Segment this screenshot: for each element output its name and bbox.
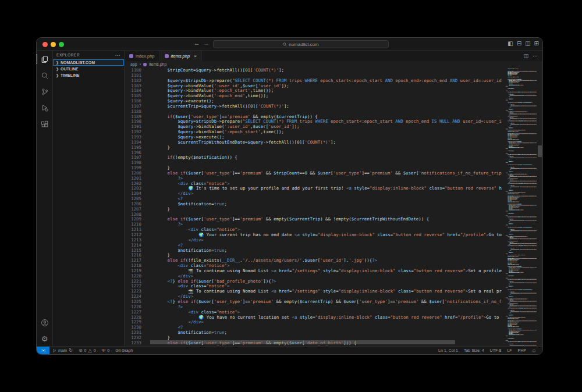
code-line[interactable]: 1209 else if($user['user_type']=='premiu… xyxy=(125,217,502,222)
code-line[interactable]: 1192 $query->bindValue(':epoch_start',ti… xyxy=(125,130,502,135)
breadcrumb-file[interactable]: items.php xyxy=(149,62,166,66)
encoding[interactable]: UTF-8 xyxy=(487,348,505,352)
zoom-window-button[interactable] xyxy=(59,42,64,47)
minimize-window-button[interactable] xyxy=(51,42,56,47)
code-line[interactable]: 1220 </div> xyxy=(125,274,502,279)
code-line[interactable]: 1200 else if($user['user_type']=='premiu… xyxy=(125,171,502,176)
tab-index-php[interactable]: index.php xyxy=(125,51,160,61)
code-line[interactable]: 1181 xyxy=(125,73,502,79)
vertical-scrollbar-thumb[interactable] xyxy=(538,145,542,157)
toggle-panel-icon[interactable]: ⊟ xyxy=(517,40,521,48)
command-center-search[interactable]: nomadlist.com xyxy=(213,40,389,48)
code-line[interactable]: 1224 </div> xyxy=(125,294,502,300)
code-line[interactable]: 1218 <div class="notice"> xyxy=(125,263,502,269)
code-line[interactable]: 1208 xyxy=(125,212,502,218)
code-line[interactable]: 1226 ?> xyxy=(125,305,502,310)
code-line[interactable]: 1222 <div class="notice"> xyxy=(125,284,502,289)
code-line[interactable]: 1182 $query=$tripsDb->prepare("SELECT CO… xyxy=(125,79,502,84)
language-mode[interactable]: PHP xyxy=(515,348,529,352)
toggle-secondary-sidebar-icon[interactable]: ◫ xyxy=(525,40,530,48)
code-line[interactable]: 1186 $query->execute(); xyxy=(125,99,502,104)
notifications-bell-icon[interactable] xyxy=(529,348,539,353)
sidebar-item-nomadlist[interactable]: ❯ NOMADLIST.COM xyxy=(53,59,124,66)
code-line[interactable]: 1187 $currentTrip=$query->fetchAll()[0][… xyxy=(125,104,502,109)
code-line[interactable]: 1211 <div class="notice"> xyxy=(125,227,502,233)
code-editor[interactable]: 1180 $tripCount=$query->fetchAll()[0]['C… xyxy=(125,67,542,346)
code-line[interactable]: 1183 $query->bindValue(':user_id',$user[… xyxy=(125,84,502,89)
close-window-button[interactable] xyxy=(42,42,48,47)
code-line[interactable]: 1180 $tripCount=$query->fetchAll()[0]['C… xyxy=(125,68,502,73)
code-line[interactable]: 1216 } xyxy=(125,253,502,258)
code-line[interactable]: 1206 $notification=true; xyxy=(125,202,502,207)
horizontal-scrollbar-thumb[interactable] xyxy=(150,340,455,344)
code-line[interactable]: 1219 📸 To continue using Nomad List <a h… xyxy=(125,269,502,274)
code-line[interactable]: 1210 ?> xyxy=(125,222,502,227)
sync-icon[interactable]: ↻ xyxy=(69,348,73,353)
code-line[interactable]: 1197 if(!empty($notification)) { xyxy=(125,155,502,161)
problems-item[interactable]: ⊘ 0 △ 0 xyxy=(76,348,99,353)
code-line[interactable]: 1201 ?> xyxy=(125,176,502,181)
vertical-scrollbar[interactable] xyxy=(537,67,542,346)
explorer-icon[interactable] xyxy=(37,54,53,64)
split-editor-icon[interactable]: ◫ xyxy=(523,53,528,59)
code-line[interactable]: 1191 $query->bindValue(':user_id',$user[… xyxy=(125,124,502,130)
ports-item[interactable]: Ψ 0 xyxy=(99,348,113,353)
code-line[interactable]: 1212 🌍 Your current trip has no end date… xyxy=(125,233,502,238)
toggle-sidebar-icon[interactable]: ◧ xyxy=(508,40,513,48)
search-view-icon[interactable] xyxy=(37,70,53,80)
source-control-icon[interactable] xyxy=(37,87,53,97)
code-line[interactable]: 1185 $query->bindValue(':epoch_end',time… xyxy=(125,94,502,99)
breadcrumb-folder[interactable]: app xyxy=(130,62,137,66)
eol[interactable]: LF xyxy=(504,348,514,352)
git-graph-item[interactable]: Git Graph xyxy=(112,348,136,352)
remote-indicator[interactable]: >< xyxy=(37,347,49,354)
code-line[interactable]: 1223 📸 To continue using Nomad List <a h… xyxy=(125,289,502,294)
code-line[interactable]: 1231 $notification=true; xyxy=(125,330,502,336)
tab-size[interactable]: Tab Size: 4 xyxy=(461,348,487,352)
code-line[interactable]: 1204 </div> xyxy=(125,191,502,197)
nav-back-button[interactable]: ← xyxy=(193,40,201,47)
code-line[interactable]: 1217 else if(!file_exists(__DIR__.'/../a… xyxy=(125,258,502,263)
code-line[interactable]: 1184 $query->bindValue(':epoch_start',ti… xyxy=(125,88,502,94)
explorer-more-actions-icon[interactable]: ⋯ xyxy=(115,52,120,58)
tab-items-php[interactable]: items.php × xyxy=(160,51,202,61)
code-line[interactable]: 1202 <div class="notice"> xyxy=(125,181,502,187)
code-line[interactable]: 1214 <? xyxy=(125,243,502,248)
editor-more-actions-icon[interactable]: ⋯ xyxy=(533,53,538,59)
code-line[interactable]: 1215 $notification=true; xyxy=(125,248,502,254)
code-line[interactable]: 1199 } xyxy=(125,166,502,171)
customize-layout-icon[interactable]: ⊞ xyxy=(534,40,539,48)
code-line[interactable]: 1213 </div> xyxy=(125,238,502,243)
code-line[interactable]: 1207 } xyxy=(125,207,502,212)
cursor-position[interactable]: Ln 1, Col 1 xyxy=(435,348,461,352)
title-bar: ← → nomadlist.com ◧ ⊟ ◫ ⊞ xyxy=(37,38,542,51)
code-line[interactable]: 1230 <? xyxy=(125,325,502,330)
code-line[interactable]: 1189 if($user['user_type']=='premium' &&… xyxy=(125,115,502,120)
code-line[interactable]: 1198 xyxy=(125,161,502,166)
horizontal-scrollbar[interactable] xyxy=(150,340,497,344)
tab-label: index.php xyxy=(136,54,155,59)
extensions-icon[interactable] xyxy=(37,119,53,129)
minimap[interactable] xyxy=(505,67,537,346)
code-line[interactable]: 1227 <div class="notice"> xyxy=(125,310,502,315)
code-line[interactable]: 1190 $query=$tripsDb->prepare("SELECT CO… xyxy=(125,119,502,124)
git-branch-item[interactable]: main ↻ xyxy=(49,348,76,353)
nav-forward-button[interactable]: → xyxy=(202,40,210,47)
code-line[interactable]: 1193 $query->execute(); xyxy=(125,135,502,140)
run-and-debug-icon[interactable] xyxy=(37,103,53,113)
code-line[interactable]: 1203 🌍 It's time to set up your profile … xyxy=(125,186,502,191)
close-tab-icon[interactable]: × xyxy=(194,54,197,59)
code-line[interactable]: 1188 xyxy=(125,109,502,115)
accounts-icon[interactable] xyxy=(37,318,53,327)
code-line[interactable]: 1225 <?} else if($user['user_type']=='pr… xyxy=(125,300,502,305)
code-line[interactable]: 1229 </div> xyxy=(125,320,502,325)
sidebar-item-timeline[interactable]: ❯ TIMELINE xyxy=(53,72,124,79)
settings-gear-icon[interactable]: ⚙ xyxy=(37,334,53,344)
code-line[interactable]: 1195 } xyxy=(125,145,502,151)
sidebar-item-outline[interactable]: ❯ OUTLINE xyxy=(53,66,124,72)
code-line[interactable]: 1194 $currentTripWithoutEndDate=$query->… xyxy=(125,140,502,145)
code-line[interactable]: 1221 <?} else if($user['bad_profile_phot… xyxy=(125,279,502,284)
code-line[interactable]: 1196 xyxy=(125,151,502,156)
code-line[interactable]: 1228 🌍 You have no current location set … xyxy=(125,315,502,320)
code-line[interactable]: 1205 <? xyxy=(125,197,502,202)
